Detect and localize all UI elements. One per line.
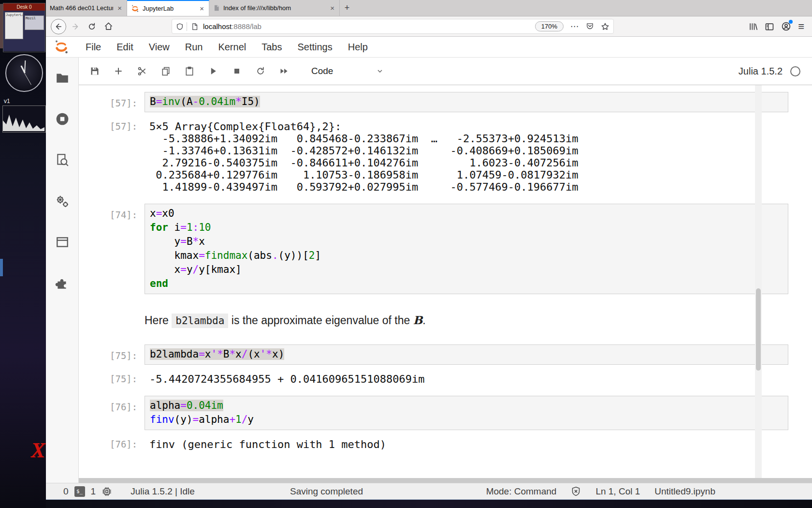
url-bar[interactable]: localhost:8888/lab 170% ⋯ [172, 19, 614, 34]
copy-cell-icon[interactable] [160, 66, 171, 76]
xload-label: v1 [4, 98, 10, 105]
page-actions-icon[interactable]: ⋯ [570, 21, 579, 31]
pager-body[interactable]: JupyterLab Mozil [3, 11, 45, 51]
xload-monitor [2, 105, 46, 133]
library-icon[interactable] [748, 22, 758, 31]
statusbar-left: 0 $_ 1 Julia 1.5.2 | Idle [46, 486, 195, 497]
input-row: [76]:alpha=0.04im finv(y)=alpha+1/y [79, 396, 812, 430]
page-info-icon[interactable] [191, 23, 198, 30]
jupyterlab-menubar: FileEditViewRunKernelTabsSettingsHelp [46, 37, 812, 58]
notebook-cells: [57]:B=inv(A-0.04im*I5) [57]:5×5 Array{C… [79, 85, 812, 450]
jupyterlab-app: FileEditViewRunKernelTabsSettingsHelp [46, 37, 812, 499]
tab-title: Math 466 dec01 Lecture No [50, 4, 113, 12]
code-editor[interactable]: B=inv(A-0.04im*I5) [145, 92, 788, 112]
menubar-item-help[interactable]: Help [340, 42, 376, 52]
tab-title: Index of file:///x/libb/hom [223, 4, 291, 12]
add-cell-icon[interactable] [113, 66, 124, 76]
kernels-count[interactable]: 1 [91, 486, 96, 497]
markdown-row: Here b2lambda is the approximate eigenva… [79, 310, 812, 327]
back-button[interactable] [51, 19, 66, 34]
notebook-scrollbar[interactable] [755, 85, 762, 478]
notebook-toolbar: Code Julia 1.5.2 [79, 58, 812, 85]
tab-close-icon[interactable]: × [116, 4, 123, 12]
cursor-position[interactable]: Ln 1, Col 1 [595, 486, 640, 497]
kernel-status-icon[interactable] [790, 66, 800, 76]
new-tab-button[interactable]: + [340, 0, 354, 16]
restart-kernel-icon[interactable] [255, 66, 266, 76]
menubar-item-view[interactable]: View [141, 42, 177, 52]
run-all-icon[interactable] [279, 66, 290, 76]
sidebars-icon[interactable] [765, 22, 774, 31]
output-prompt: [76]: [110, 437, 145, 450]
stop-kernel-icon[interactable] [232, 66, 242, 76]
code-editor[interactable]: b2lambda=x'*B*x/(x'*x) [145, 344, 788, 365]
code-editor[interactable]: x=x0 for i=1:10 y=B*x kmax=findmax(abs.(… [145, 204, 788, 294]
command-mode-indicator[interactable]: Mode: Command [486, 486, 557, 497]
command-palette-icon[interactable] [55, 152, 70, 168]
open-tabs-icon[interactable] [55, 235, 70, 250]
code-cell[interactable]: [57]:B=inv(A-0.04im*I5) [57]:5×5 Array{C… [79, 92, 812, 193]
home-button[interactable] [101, 19, 116, 34]
browser-tab[interactable]: Math 466 dec01 Lecture No× [46, 0, 127, 16]
markdown-cell[interactable]: Here b2lambda is the approximate eigenva… [79, 310, 812, 327]
scrollbar-thumb[interactable] [756, 288, 761, 371]
cell-type-dropdown[interactable]: Code [311, 66, 384, 76]
output-row: [57]:5×5 Array{Complex{Float64},2}: -5.3… [79, 120, 812, 193]
bookmark-star-icon[interactable] [601, 22, 609, 31]
menubar-item-run[interactable]: Run [177, 42, 211, 52]
puzzle-icon[interactable] [55, 276, 70, 291]
code-editor[interactable]: alpha=0.04im finv(y)=alpha+1/y [145, 396, 788, 430]
cut-cell-icon[interactable] [137, 66, 147, 76]
pocket-icon[interactable] [586, 22, 594, 30]
trust-shield-icon[interactable] [571, 486, 581, 496]
paste-cell-icon[interactable] [184, 66, 195, 76]
kernel-status-text[interactable]: Julia 1.5.2 | Idle [130, 486, 195, 497]
menubar-item-tabs[interactable]: Tabs [254, 42, 290, 52]
pager-title: Desk 0 [3, 3, 45, 11]
url-text[interactable]: localhost:8888/lab [203, 22, 261, 30]
menubar-item-kernel[interactable]: Kernel [210, 42, 254, 52]
terminals-count[interactable]: 0 [63, 486, 69, 497]
pager-window-jupyterlab[interactable]: JupyterLab [5, 12, 23, 39]
account-icon[interactable] [781, 21, 791, 31]
analog-clock [5, 54, 43, 92]
code-cell[interactable]: [76]:alpha=0.04im finv(y)=alpha+1/y [76]… [79, 396, 812, 450]
menubar-item-file[interactable]: File [78, 42, 109, 52]
gears-icon[interactable] [55, 194, 70, 209]
tracking-shield-icon[interactable] [176, 23, 184, 30]
browser-tab[interactable]: Index of file:///x/libb/hom× [209, 0, 340, 16]
toolbar-kernel-area: Julia 1.5.2 [739, 66, 812, 77]
menubar-item-edit[interactable]: Edit [109, 42, 141, 52]
code-source: B=inv(A-0.04im*I5) [150, 95, 788, 109]
forward-button[interactable] [68, 19, 83, 34]
jupyterlab-statusbar: 0 $_ 1 Julia 1.5.2 | Idle Saving complet… [46, 483, 812, 499]
cell-type-value: Code [311, 66, 333, 76]
code-cell[interactable]: [74]:x=x0 for i=1:10 y=B*x kmax=findmax(… [79, 204, 812, 294]
reload-button[interactable] [85, 19, 99, 34]
menubar-item-settings[interactable]: Settings [290, 42, 340, 52]
kernel-chip-icon[interactable] [102, 486, 112, 497]
pager-window-mozilla[interactable]: Mozil [25, 15, 44, 30]
home-icon [104, 22, 113, 31]
zoom-indicator[interactable]: 170% [535, 21, 564, 31]
input-row: [74]:x=x0 for i=1:10 y=B*x kmax=findmax(… [79, 204, 812, 294]
urlbar-divider [187, 22, 187, 31]
tab-close-icon[interactable]: × [199, 4, 205, 13]
stop-circle-icon[interactable] [55, 111, 70, 127]
terminal-icon[interactable]: $_ [74, 486, 85, 497]
run-cell-icon[interactable] [208, 66, 218, 76]
notebook-filename[interactable]: Untitled9.ipynb [654, 486, 715, 497]
output-row: [76]:finv (generic function with 1 metho… [79, 437, 812, 450]
folder-icon[interactable] [55, 70, 70, 86]
notebook-panel[interactable]: [57]:B=inv(A-0.04im*I5) [57]:5×5 Array{C… [79, 85, 812, 478]
x11-logo: X [31, 438, 45, 463]
tab-close-icon[interactable]: × [329, 4, 335, 12]
desktop-pager[interactable]: Desk 0 JupyterLab Mozil [3, 3, 45, 52]
hamburger-menu-icon[interactable]: ≡ [798, 21, 804, 32]
kernel-name[interactable]: Julia 1.5.2 [739, 66, 783, 77]
jupyterlab-left-sidebar [46, 58, 79, 483]
code-cell[interactable]: [75]:b2lambda=x'*B*x/(x'*x) [75]:-5.4420… [79, 344, 812, 385]
browser-tab[interactable]: JupyterLab× [127, 0, 209, 16]
chevron-down-icon [376, 67, 384, 75]
save-icon[interactable] [89, 66, 100, 76]
